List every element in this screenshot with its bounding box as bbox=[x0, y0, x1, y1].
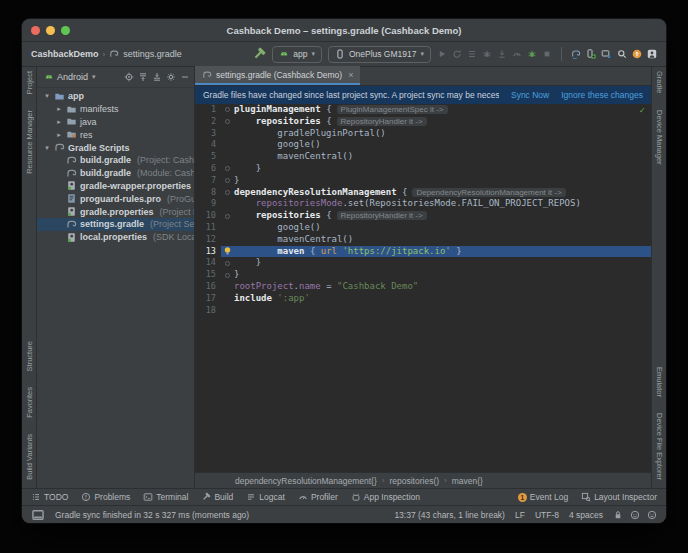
tree-row-gradle-wrapper-properties[interactable]: gradle-wrapper.properties(Gradle V bbox=[37, 180, 194, 193]
tree-row-res[interactable]: ▸res bbox=[37, 128, 194, 141]
debug-icon[interactable] bbox=[482, 49, 492, 59]
coverage-icon[interactable] bbox=[467, 49, 477, 59]
tool-strip-item-build-variants[interactable]: Build Variants bbox=[25, 434, 34, 480]
play-icon[interactable] bbox=[437, 49, 447, 59]
tree-row-build-gradle[interactable]: build.gradle(Module: Cashback_De bbox=[37, 167, 194, 180]
intention-bulb-icon[interactable] bbox=[221, 246, 234, 256]
fold-marker[interactable] bbox=[221, 187, 234, 199]
fold-marker[interactable] bbox=[221, 163, 234, 175]
fold-marker[interactable] bbox=[221, 257, 234, 269]
file-encoding[interactable]: UTF-8 bbox=[535, 510, 559, 520]
tool-strip-item-device-manager[interactable]: Device Manager bbox=[655, 110, 664, 165]
code-line[interactable]: 3 gradlePluginPortal() bbox=[195, 128, 651, 140]
profile-bug-icon[interactable] bbox=[527, 49, 537, 59]
code-line[interactable]: 15} bbox=[195, 269, 651, 281]
stop-icon[interactable] bbox=[542, 49, 552, 59]
fold-marker[interactable] bbox=[221, 269, 234, 281]
lock-icon[interactable] bbox=[613, 510, 623, 520]
line-ending[interactable]: LF bbox=[515, 510, 525, 520]
tree-row-gradle-properties[interactable]: gradle.properties(Project Propertie bbox=[37, 205, 194, 218]
close-tab-icon[interactable]: × bbox=[348, 70, 353, 80]
tree-collapsed-arrow-icon[interactable]: ▸ bbox=[55, 105, 63, 113]
collapse-all-icon[interactable] bbox=[138, 72, 148, 82]
tool-window-button-problems[interactable]: Problems bbox=[81, 492, 130, 502]
tree-collapsed-arrow-icon[interactable]: ▸ bbox=[55, 118, 63, 126]
close-window-icon[interactable] bbox=[31, 26, 40, 35]
code-line[interactable]: 10 repositories {RepositoryHandler it -> bbox=[195, 210, 651, 222]
code-breadcrumb-item[interactable]: repositories() bbox=[389, 476, 439, 486]
code-line[interactable]: 12 mavenCentral() bbox=[195, 234, 651, 246]
gradle-sync-icon[interactable] bbox=[571, 49, 581, 59]
tool-strip-item-structure[interactable]: Structure bbox=[25, 341, 34, 371]
whats-new-icon[interactable] bbox=[632, 49, 642, 59]
tree-expanded-arrow-icon[interactable]: ▾ bbox=[43, 144, 51, 152]
tree-row-local-properties[interactable]: local.properties(SDK Location) bbox=[37, 231, 194, 244]
fold-marker[interactable] bbox=[221, 116, 234, 128]
hide-icon[interactable] bbox=[180, 72, 190, 82]
gear-icon[interactable] bbox=[166, 72, 176, 82]
fold-dot-icon[interactable] bbox=[225, 261, 230, 266]
tool-strip-item-emulator[interactable]: Emulator bbox=[655, 367, 664, 397]
tree-row-gradle-scripts[interactable]: ▾Gradle Scripts bbox=[37, 141, 194, 154]
tree-row-settings-gradle[interactable]: settings.gradle(Project Settings) bbox=[37, 218, 194, 231]
tree-expanded-arrow-icon[interactable]: ▾ bbox=[43, 92, 51, 100]
code-line[interactable]: 18 bbox=[195, 305, 651, 317]
fold-dot-icon[interactable] bbox=[225, 178, 230, 183]
code-line[interactable]: 16rootProject.name = "Cashback Demo" bbox=[195, 281, 651, 293]
sync-now-link[interactable]: Sync Now bbox=[511, 90, 549, 100]
tool-window-button-build[interactable]: Build bbox=[201, 492, 233, 502]
tree-row-java[interactable]: ▸java bbox=[37, 116, 194, 129]
code-line[interactable]: 9 repositoriesMode.set(RepositoriesMode.… bbox=[195, 198, 651, 210]
build-hammer-icon[interactable] bbox=[252, 47, 266, 61]
target-icon[interactable] bbox=[124, 72, 134, 82]
rerun-icon[interactable] bbox=[452, 49, 462, 59]
caret-position[interactable]: 13:37 (43 chars, 1 line break) bbox=[394, 510, 505, 520]
project-view-selector[interactable]: Android bbox=[57, 72, 88, 82]
search-icon[interactable] bbox=[617, 49, 627, 59]
tool-strip-item-gradle[interactable]: Gradle bbox=[655, 71, 664, 94]
code-line[interactable]: 6 } bbox=[195, 163, 651, 175]
fold-marker[interactable] bbox=[221, 175, 234, 187]
code-area[interactable]: ✓ 1pluginManagement {PluginManagementSpe… bbox=[195, 104, 651, 472]
tree-row-build-gradle[interactable]: build.gradle(Project: Cashback_De bbox=[37, 154, 194, 167]
tree-row-app[interactable]: ▾app bbox=[37, 90, 194, 103]
indent-setting[interactable]: 4 spaces bbox=[569, 510, 603, 520]
window-toggle-icon[interactable] bbox=[31, 508, 45, 522]
code-line[interactable]: 14 } bbox=[195, 257, 651, 269]
tool-strip-item-favorites[interactable]: Favorites bbox=[25, 387, 34, 418]
fold-dot-icon[interactable] bbox=[225, 166, 230, 171]
fold-dot-icon[interactable] bbox=[225, 273, 230, 278]
code-line[interactable]: 1pluginManagement {PluginManagementSpec … bbox=[195, 104, 651, 116]
fold-marker[interactable] bbox=[221, 210, 234, 222]
tool-strip-item-device-file-explorer[interactable]: Device File Explorer bbox=[655, 413, 664, 480]
tool-window-button-layout-inspector[interactable]: Layout Inspector bbox=[581, 492, 657, 502]
ignore-changes-link[interactable]: Ignore these changes bbox=[561, 90, 643, 100]
tool-window-button-profiler[interactable]: Profiler bbox=[298, 492, 338, 502]
code-breadcrumb-item[interactable]: dependencyResolutionManagement{} bbox=[235, 476, 377, 486]
maximize-window-icon[interactable] bbox=[61, 26, 70, 35]
tool-strip-item-project[interactable]: Project bbox=[25, 71, 34, 94]
code-line[interactable]: 5 mavenCentral() bbox=[195, 151, 651, 163]
expand-all-icon[interactable] bbox=[152, 72, 162, 82]
tool-window-button-event-log[interactable]: 1Event Log bbox=[518, 492, 568, 502]
code-line[interactable]: 8dependencyResolutionManagement {Depende… bbox=[195, 187, 651, 199]
chevron-down-icon[interactable]: ▾ bbox=[92, 73, 96, 81]
run-configuration-select[interactable]: app ▾ bbox=[272, 46, 322, 63]
attach-debugger-icon[interactable] bbox=[497, 49, 507, 59]
smiley-icon[interactable] bbox=[630, 510, 640, 520]
code-line[interactable]: 13 maven { url 'https://jitpack.io' } bbox=[195, 246, 651, 258]
breadcrumb-project[interactable]: CashbackDemo bbox=[31, 49, 99, 59]
tool-window-button-logcat[interactable]: Logcat bbox=[246, 492, 285, 502]
breadcrumb-file[interactable]: settings.gradle bbox=[123, 49, 182, 59]
code-line[interactable]: 7} bbox=[195, 175, 651, 187]
profiler-run-icon[interactable] bbox=[512, 49, 522, 59]
sdk-manager-icon[interactable] bbox=[601, 49, 611, 59]
fold-dot-icon[interactable] bbox=[225, 119, 230, 124]
tree-collapsed-arrow-icon[interactable]: ▸ bbox=[55, 131, 63, 139]
code-line[interactable]: 17include ':app' bbox=[195, 293, 651, 305]
fold-dot-icon[interactable] bbox=[225, 214, 230, 219]
face-icon[interactable] bbox=[647, 510, 657, 520]
device-select[interactable]: OnePlus GM1917 ▾ bbox=[328, 46, 431, 63]
tab-settings-gradle[interactable]: settings.gradle (Cashback Demo) × bbox=[195, 66, 360, 85]
tree-row-manifests[interactable]: ▸manifests bbox=[37, 103, 194, 116]
